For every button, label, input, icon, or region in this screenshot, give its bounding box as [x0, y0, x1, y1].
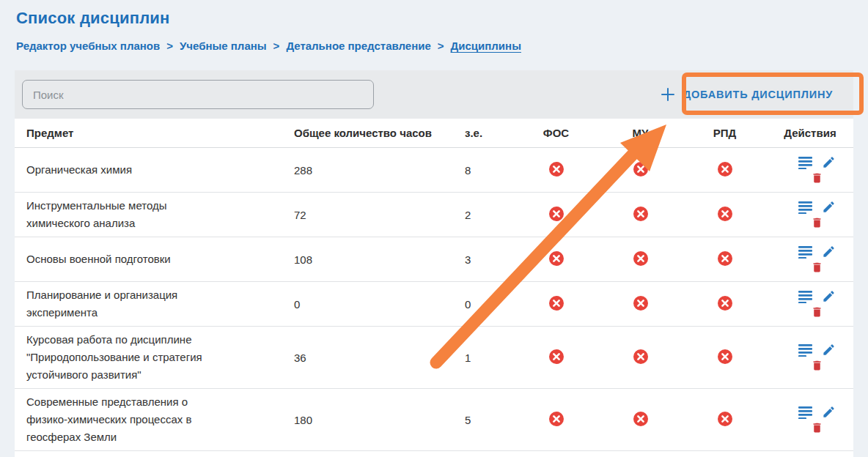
- details-list-icon[interactable]: [798, 289, 812, 303]
- breadcrumb-item-study-plans[interactable]: Учебные планы: [180, 40, 267, 52]
- actions-cell: [767, 343, 853, 372]
- fos-status: [514, 161, 598, 179]
- breadcrumb-separator: >: [438, 40, 444, 52]
- subject-cell: Современные представления о физико-химич…: [26, 393, 279, 446]
- mu-status: [598, 250, 683, 269]
- fos-status: [514, 250, 598, 269]
- breadcrumb-item-plan-editor[interactable]: Редактор учебных планов: [16, 40, 160, 52]
- table-row: Современные представления о физико-химич…: [15, 389, 853, 451]
- actions-cell: [767, 289, 853, 319]
- red-cross-circle-icon: [548, 250, 564, 269]
- search-input[interactable]: [22, 80, 374, 109]
- rpd-status: [683, 161, 767, 179]
- rpd-status: [683, 349, 767, 367]
- fos-status: [514, 295, 598, 313]
- hours-cell: 0: [279, 298, 441, 311]
- hours-cell: 72: [279, 209, 441, 221]
- red-cross-circle-icon: [717, 161, 733, 179]
- plus-icon: [661, 88, 674, 101]
- edit-pencil-icon[interactable]: [822, 343, 836, 357]
- col-header-credits: з.е.: [441, 127, 514, 139]
- actions-cell: [767, 405, 853, 434]
- hours-cell: 108: [279, 253, 441, 266]
- subject-cell: Планирование и организация эксперимента: [26, 286, 279, 322]
- fos-status: [514, 206, 598, 224]
- delete-trash-icon[interactable]: [811, 305, 823, 319]
- fos-status: [514, 411, 598, 429]
- details-list-icon[interactable]: [798, 200, 812, 214]
- credits-cell: 8: [441, 164, 514, 177]
- red-cross-circle-icon: [633, 349, 649, 367]
- delete-trash-icon[interactable]: [811, 359, 823, 372]
- edit-pencil-icon[interactable]: [822, 245, 836, 259]
- add-discipline-button-label: ДОБАВИТЬ ДИСЦИПЛИНУ: [683, 89, 833, 100]
- subject-cell: Основы военной подготовки: [26, 250, 279, 268]
- mu-status: [598, 161, 683, 179]
- red-cross-circle-icon: [717, 349, 733, 367]
- red-cross-circle-icon: [717, 250, 733, 269]
- red-cross-circle-icon: [548, 206, 564, 224]
- mu-status: [598, 411, 683, 429]
- col-header-mu: МУ: [598, 127, 683, 139]
- breadcrumb-item-disciplines[interactable]: Дисциплины: [451, 40, 521, 52]
- fos-status: [514, 349, 598, 367]
- col-header-fos: ФОС: [514, 127, 598, 139]
- edit-pencil-icon[interactable]: [822, 405, 836, 419]
- red-cross-circle-icon: [717, 295, 733, 313]
- subject-cell: Курсовая работа по дисциплине "Природопо…: [26, 331, 279, 384]
- red-cross-circle-icon: [633, 161, 649, 179]
- red-cross-circle-icon: [548, 349, 564, 367]
- breadcrumb: Редактор учебных планов > Учебные планы …: [0, 28, 868, 52]
- details-list-icon[interactable]: [798, 343, 812, 357]
- delete-trash-icon[interactable]: [811, 171, 823, 185]
- table-row: Курсовая работа по дисциплине "Природопо…: [15, 327, 853, 389]
- subject-cell: Инструментальные методы химического анал…: [26, 197, 279, 232]
- col-header-actions: Действия: [767, 127, 853, 139]
- table-row: Органическая химия 288 8: [15, 148, 853, 193]
- breadcrumb-separator: >: [273, 40, 280, 52]
- col-header-subject: Предмет: [26, 127, 279, 139]
- breadcrumb-separator: >: [166, 40, 173, 52]
- table-row: Основы военной подготовки 108 3: [15, 237, 853, 282]
- add-discipline-button[interactable]: ДОБАВИТЬ ДИСЦИПЛИНУ: [651, 80, 843, 109]
- toolbar: ДОБАВИТЬ ДИСЦИПЛИНУ: [15, 70, 853, 119]
- rpd-status: [683, 411, 767, 429]
- credits-cell: 2: [441, 209, 514, 221]
- actions-cell: [767, 245, 853, 274]
- col-header-rpd: РПД: [683, 127, 767, 139]
- col-header-total-hours: Общее количество часов: [279, 127, 441, 139]
- credits-cell: 0: [441, 298, 514, 311]
- delete-trash-icon[interactable]: [811, 216, 823, 229]
- table-row: Планирование и организация эксперимента …: [15, 282, 853, 327]
- details-list-icon[interactable]: [798, 405, 812, 419]
- mu-status: [598, 349, 683, 367]
- credits-cell: 3: [441, 253, 514, 266]
- breadcrumb-item-detail-view[interactable]: Детальное представление: [286, 40, 430, 52]
- subject-cell: Органическая химия: [26, 161, 279, 179]
- table-row: [15, 451, 853, 457]
- red-cross-circle-icon: [633, 295, 649, 313]
- red-cross-circle-icon: [717, 411, 733, 429]
- actions-cell: [767, 200, 853, 229]
- credits-cell: 1: [441, 352, 514, 364]
- edit-pencil-icon[interactable]: [822, 289, 836, 303]
- details-list-icon[interactable]: [798, 155, 812, 169]
- rpd-status: [683, 206, 767, 224]
- mu-status: [598, 206, 683, 224]
- red-cross-circle-icon: [633, 206, 649, 224]
- red-cross-circle-icon: [548, 295, 564, 313]
- red-cross-circle-icon: [717, 206, 733, 224]
- delete-trash-icon[interactable]: [811, 261, 823, 274]
- rpd-status: [683, 295, 767, 313]
- red-cross-circle-icon: [633, 411, 649, 429]
- mu-status: [598, 295, 683, 313]
- actions-cell: [767, 155, 853, 185]
- disciplines-table: Предмет Общее количество часов з.е. ФОС …: [15, 119, 853, 457]
- edit-pencil-icon[interactable]: [822, 155, 836, 169]
- details-list-icon[interactable]: [798, 245, 812, 259]
- red-cross-circle-icon: [633, 250, 649, 269]
- table-header-row: Предмет Общее количество часов з.е. ФОС …: [15, 119, 853, 148]
- edit-pencil-icon[interactable]: [822, 200, 836, 214]
- hours-cell: 36: [279, 352, 441, 364]
- delete-trash-icon[interactable]: [811, 421, 823, 434]
